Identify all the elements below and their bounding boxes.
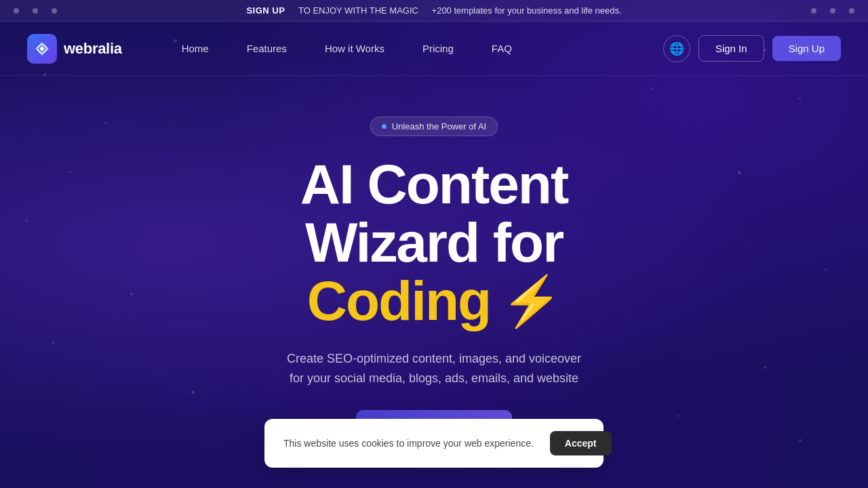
hero-section: Unleash the Power of AI AI Content Wizar… [0, 76, 868, 463]
hero-subtitle: Create SEO-optimized content, images, an… [278, 349, 590, 388]
badge-text: Unleash the Power of AI [392, 121, 486, 131]
banner-dot-1 [14, 8, 19, 14]
lightning-icon: ⚡ [501, 277, 561, 325]
hero-title-line1: AI Content [300, 155, 568, 214]
banner-signup-text[interactable]: SIGN UP [246, 5, 285, 16]
badge-dot [382, 124, 387, 129]
banner-description: +200 templates for your business and lif… [432, 5, 622, 16]
signup-button[interactable]: Sign Up [772, 36, 841, 61]
globe-icon: 🌐 [669, 41, 684, 56]
nav-pricing[interactable]: Pricing [403, 37, 473, 60]
banner-icons-left [14, 8, 57, 14]
nav-features[interactable]: Features [228, 37, 306, 60]
hero-title: AI Content Wizard for Coding ⚡ [300, 155, 568, 330]
nav-how-it-works[interactable]: How it Works [306, 37, 403, 60]
logo-text: webralia [64, 40, 122, 58]
hero-title-colored: Coding [307, 272, 490, 330]
logo-icon [27, 34, 57, 64]
top-banner: SIGN UP TO ENJOY WITH THE MAGIC +200 tem… [0, 0, 868, 22]
hero-badge: Unleash the Power of AI [370, 117, 498, 136]
signin-button[interactable]: Sign In [698, 35, 764, 62]
language-button[interactable]: 🌐 [663, 35, 690, 62]
nav-home[interactable]: Home [163, 37, 228, 60]
banner-dot-3 [52, 8, 57, 14]
logo[interactable]: webralia [27, 34, 122, 64]
banner-dot-4 [811, 8, 816, 14]
banner-dot-5 [830, 8, 835, 14]
cookie-banner: This website uses cookies to improve you… [264, 419, 604, 468]
banner-icons-right [811, 8, 854, 14]
cookie-accept-button[interactable]: Accept [550, 431, 612, 455]
banner-enjoy-text: TO ENJOY WITH THE MAGIC [298, 5, 418, 16]
banner-dot-6 [849, 8, 854, 14]
svg-point-0 [40, 47, 44, 51]
hero-title-line2: Wizard for [300, 214, 568, 272]
nav-faq[interactable]: FAQ [473, 37, 531, 60]
banner-dot-2 [33, 8, 38, 14]
cookie-message: This website uses cookies to improve you… [283, 438, 534, 449]
navbar: webralia Home Features How it Works Pric… [0, 22, 868, 76]
nav-actions: 🌐 Sign In Sign Up [663, 35, 841, 62]
nav-links: Home Features How it Works Pricing FAQ [163, 37, 663, 60]
